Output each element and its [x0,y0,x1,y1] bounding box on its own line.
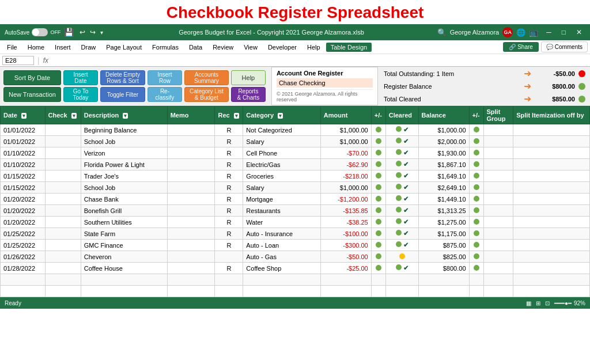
help-button[interactable]: Help [231,70,266,85]
toggle-filter-button[interactable]: Toggle Filter [100,87,145,102]
stat-outstanding: Total Outstanding: 1 Item ➜ -$50.00 [384,68,585,79]
cell-category: Auto - Gas [243,251,320,263]
status-icon-grid: ▦ [526,300,531,306]
cell-balance: $1,867.10 [418,159,469,170]
formula-input[interactable] [51,56,588,65]
empty-cell [243,274,320,286]
autosave-toggle[interactable] [32,28,48,36]
table-row[interactable]: 01/10/2022 Florida Power & Light R Elect… [1,159,590,170]
th-check: Check ▾ [45,107,81,124]
menu-view[interactable]: View [239,43,262,52]
toolbar-icon-undo[interactable]: ↩ [80,28,85,36]
cell-balance-dot [469,124,483,136]
status-icon-fit: ⊡ [545,300,550,306]
empty-cell [418,286,469,297]
category-list-button[interactable]: Category List& Budget [184,87,229,102]
table-row-empty[interactable] [1,286,590,297]
table-row[interactable]: 01/20/2022 Bonefish Grill R Restaurants … [1,205,590,217]
ribbon-col-5: AccountsSummary Category List& Budget [184,70,229,102]
insert-row-button[interactable]: InsertRow [148,70,182,85]
cell-description: State Farm [81,228,167,240]
table-scroll-wrapper[interactable]: Date ▾ Check ▾ Description ▾ Memo Rec ▾ … [0,106,590,297]
table-row[interactable]: 01/20/2022 Chase Bank R Mortgage -$1,200… [1,194,590,205]
menu-table-design[interactable]: Table Design [326,43,372,52]
go-to-today-button[interactable]: Go ToToday [63,87,98,102]
balance-dot [474,161,479,167]
maximize-button[interactable]: □ [558,27,569,37]
th-cleared: Cleared [385,107,418,124]
cell-split-group [483,205,513,217]
cell-check [45,263,81,274]
amount-status-dot [376,219,381,225]
minimize-button[interactable]: ─ [543,27,555,37]
toolbar-icon-redo[interactable]: ↪ [90,28,96,36]
rec-filter-icon[interactable]: ▾ [234,113,239,119]
table-row[interactable]: 01/15/2022 School Job R Salary $1,000.00… [1,182,590,194]
menu-formulas[interactable]: Formulas [148,43,183,52]
comments-button[interactable]: 💬 Comments [541,41,588,52]
menu-home[interactable]: Home [23,43,49,52]
cell-check [45,170,81,182]
table-row[interactable]: 01/01/2022 Beginning Balance R Not Categ… [1,124,590,136]
table-row[interactable]: 01/25/2022 State Farm R Auto - Insurance… [1,228,590,240]
cell-balance: $1,275.00 [418,217,469,228]
share-button[interactable]: 🔗 Share [503,42,538,52]
menu-data[interactable]: Data [184,43,207,52]
zoom-slider[interactable]: ━━━●━ [554,300,572,306]
new-transaction-button[interactable]: New Transaction [3,87,61,102]
cell-date: 01/25/2022 [1,240,46,251]
empty-cell [483,274,513,286]
cell-date: 01/15/2022 [1,170,46,182]
outstanding-label: Total Outstanding: 1 Item [384,70,520,77]
status-icon-page: ⊞ [536,300,540,306]
table-row[interactable]: 01/10/2022 Verizon R Cell Phone -$70.00 … [1,147,590,159]
table-row[interactable]: 01/26/2022 Cheveron Auto - Gas -$50.00 $… [1,251,590,263]
empty-cell [215,286,243,297]
toolbar-icon-save[interactable]: 💾 [64,28,74,37]
re-classify-button[interactable]: Re-classify [148,87,182,102]
table-row[interactable]: 01/20/2022 Southern Utilities R Water -$… [1,217,590,228]
cell-memo [167,251,215,263]
cell-amount-dot [371,205,385,217]
menu-insert[interactable]: Insert [50,43,75,52]
menu-draw[interactable]: Draw [77,43,101,52]
insert-date-button[interactable]: InsertDate [63,70,98,85]
cat-filter-icon[interactable]: ▾ [278,113,283,119]
cell-balance-dot [469,228,483,240]
table-row-empty[interactable] [1,274,590,286]
menu-review[interactable]: Review [208,43,238,52]
close-button[interactable]: ✕ [573,27,585,37]
cleared-dot [396,126,402,132]
desc-filter-icon[interactable]: ▾ [123,113,128,119]
amount-status-dot [376,196,381,202]
menu-help[interactable]: Help [302,43,325,52]
th-balance: Balance [418,107,469,124]
menu-file[interactable]: File [2,43,22,52]
present-icon[interactable]: 📺 [529,28,538,37]
cleared-checkmark: ✔ [403,241,409,248]
cleared-checkmark: ✔ [403,207,409,214]
menu-page-layout[interactable]: Page Layout [101,43,146,52]
check-filter-icon[interactable]: ▾ [71,113,77,119]
delete-empty-button[interactable]: Delete EmptyRows & Sort [100,70,145,85]
accounts-summary-button[interactable]: AccountsSummary [184,70,229,85]
formula-bar-separator: | [37,56,40,65]
reports-button[interactable]: Reports& Charts [231,87,266,102]
table-row[interactable]: 01/25/2022 GMC Finance R Auto - Loan -$3… [1,240,590,251]
formula-bar: | fx [0,54,590,67]
cell-split-itemization [513,205,590,217]
table-row[interactable]: 01/01/2022 School Job R Salary $1,000.00… [1,136,590,147]
search-icon[interactable]: 🔍 [437,28,447,37]
register-balance-dot [578,83,585,90]
cell-category: Restaurants [243,205,320,217]
date-filter-icon[interactable]: ▾ [21,113,27,119]
sort-by-date-button[interactable]: Sort By Date [3,70,61,85]
status-ready: Ready [5,300,521,306]
cell-reference-input[interactable] [2,56,34,65]
toolbar-icon-more[interactable]: ▾ [100,29,103,36]
cleared-dot [396,241,402,247]
table-row[interactable]: 01/15/2022 Trader Joe's R Groceries -$21… [1,170,590,182]
menu-developer[interactable]: Developer [263,43,301,52]
share-icon[interactable]: 🌐 [516,28,525,37]
table-row[interactable]: 01/28/2022 Coffee House R Coffee Shop -$… [1,263,590,274]
